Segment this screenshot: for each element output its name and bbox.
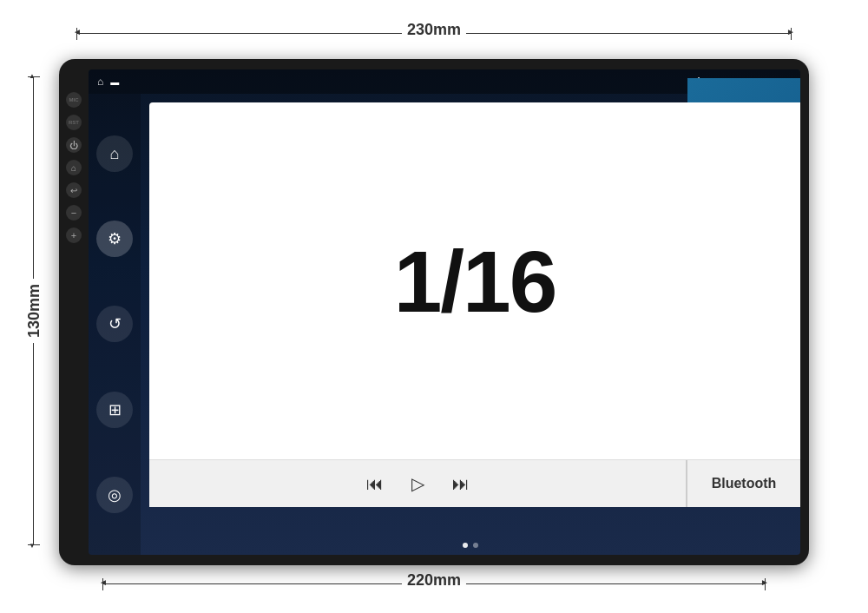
dots-indicator	[463, 543, 478, 548]
dim-top-right-tick	[791, 28, 792, 40]
home-icon[interactable]: ⌂	[97, 76, 103, 88]
dim-top: 230mm	[76, 33, 792, 35]
bluetooth-label: Bluetooth	[712, 476, 777, 491]
back-side-button[interactable]: ↩	[66, 182, 82, 198]
dim-bottom-left-tick	[102, 578, 103, 590]
dim-left: 130mm	[33, 76, 35, 545]
vol-down-button[interactable]: −	[66, 205, 82, 221]
play-button[interactable]: ▷	[404, 470, 431, 498]
nav-back[interactable]: ↺	[96, 306, 133, 342]
dim-bottom: 220mm	[102, 583, 766, 585]
rst-button[interactable]: RST	[66, 115, 82, 130]
vol-up-button[interactable]: +	[66, 227, 82, 243]
dim-bottom-label: 220mm	[402, 571, 466, 590]
player-controls: ⏮ ▷ ⏭ Bluetooth	[149, 459, 800, 507]
controls-left: ⏮ ▷ ⏭	[149, 460, 687, 507]
next-button[interactable]: ⏭	[445, 471, 477, 498]
nav-maps[interactable]: ◎	[96, 477, 133, 513]
screen: ⌂ ▬ ✱ 08:04 ⌃⌃ ▭ ↩ ⌂ ⚙ ↺ ⊞ ◎	[89, 69, 800, 555]
main-content: 1/16 ⏮ ▷ ⏭ Bluetooth	[141, 94, 800, 555]
dim-left-top-tick	[28, 76, 40, 77]
nav-apps[interactable]: ⊞	[96, 392, 133, 428]
power-button[interactable]: ⏻	[66, 137, 82, 153]
dim-left-bottom-tick	[28, 544, 40, 545]
dim-left-label: 130mm	[25, 279, 43, 343]
dim-bottom-right-tick	[765, 578, 766, 590]
nav-home[interactable]: ⌂	[96, 135, 133, 172]
dim-top-label: 230mm	[402, 21, 466, 39]
minimize-icon[interactable]: ▬	[110, 77, 119, 87]
nav-menu: ⌂ ⚙ ↺ ⊞ ◎	[89, 94, 141, 555]
bluetooth-source: Bluetooth	[687, 476, 800, 491]
outer-container: 230mm 130mm 220mm MIC RST ⏻ ⌂ ↩ − +	[0, 0, 868, 613]
car-radio-device: MIC RST ⏻ ⌂ ↩ − + ⌂ ▬ ✱ 08:04 ⌃⌃	[59, 59, 809, 565]
dot-2	[473, 543, 478, 548]
nav-settings[interactable]: ⚙	[96, 221, 133, 257]
side-buttons: MIC RST ⏻ ⌂ ↩ − +	[59, 85, 89, 539]
prev-button[interactable]: ⏮	[359, 471, 391, 498]
dim-top-left-tick	[76, 28, 77, 40]
dot-1	[463, 543, 468, 548]
mic-label: MIC	[66, 92, 82, 108]
track-display: 1/16	[149, 102, 800, 459]
content-panel: 1/16 ⏮ ▷ ⏭ Bluetooth	[149, 102, 800, 507]
status-left: ⌂ ▬	[97, 76, 119, 88]
home-side-button[interactable]: ⌂	[66, 160, 82, 175]
